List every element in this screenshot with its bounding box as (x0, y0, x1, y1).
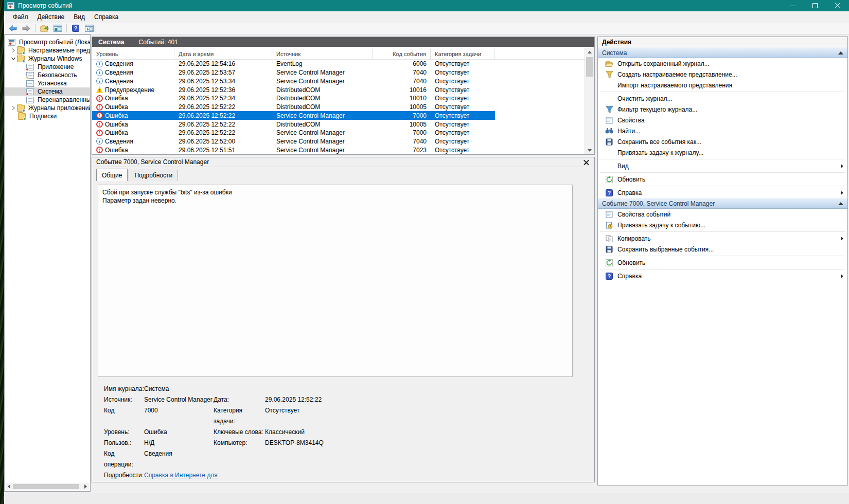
action-refresh[interactable]: Обновить (598, 174, 847, 185)
field-label: Категория задачи: (214, 405, 265, 427)
close-details-icon[interactable] (583, 159, 589, 165)
tree-horizontal-scrollbar[interactable] (6, 483, 89, 490)
field-value: Н/Д (144, 438, 214, 448)
back-button[interactable] (7, 23, 19, 33)
event-category: Отсутствует (431, 121, 495, 128)
scroll-right-icon (84, 484, 87, 489)
action-label: Привязать задачу к журналу... (617, 149, 703, 156)
custom-views-folder-icon (17, 47, 25, 54)
event-row[interactable]: Ошибка 29.06.2025 12:52:34 DistributedCO… (92, 94, 585, 103)
tree-item-label: Настраиваемые представления (27, 47, 90, 54)
action-save-selected-events[interactable]: Сохранить выбранные события... (598, 244, 847, 255)
action-create-custom-view[interactable]: Создать настраиваемое представление... (598, 69, 847, 80)
event-row[interactable]: Сведения 29.06.2025 12:54:16 EventLog 60… (92, 60, 585, 68)
action-attach-task-to-log[interactable]: Привязать задачу к журналу... (598, 147, 847, 158)
event-level: Ошибка (105, 147, 128, 154)
event-source: DistributedCOM (272, 95, 373, 102)
scroll-down-button[interactable] (585, 146, 594, 154)
action-clear-log[interactable]: Очистить журнал... (598, 93, 847, 104)
event-row[interactable]: Сведения 29.06.2025 12:52:00 Service Con… (92, 137, 585, 146)
event-level: Сведения (105, 138, 133, 145)
event-row[interactable]: Ошибка 29.06.2025 12:52:22 DistributedCO… (92, 103, 585, 112)
close-button[interactable] (826, 0, 849, 11)
column-header-datetime[interactable]: Дата и время (174, 49, 272, 59)
event-row[interactable]: Ошибка 29.06.2025 12:52:22 Service Contr… (92, 129, 585, 137)
actions-group-header-system[interactable]: Система (598, 47, 847, 58)
action-copy[interactable]: Копировать (598, 233, 847, 244)
event-list-scrollbar[interactable] (585, 48, 594, 154)
action-help[interactable]: ? Справка (598, 187, 847, 198)
action-find[interactable]: Найти... (598, 125, 847, 136)
tree-item-event-viewer-root[interactable]: Просмотр событий (Локальный) (5, 38, 90, 46)
event-rows: Сведения 29.06.2025 12:54:16 EventLog 60… (92, 60, 585, 154)
event-source: Service Control Manager (272, 147, 373, 154)
action-properties[interactable]: Свойства (598, 115, 847, 125)
action-label: Сохранить выбранные события... (617, 246, 714, 253)
actions-group-header-event[interactable]: Событие 7000, Service Control Manager (598, 198, 847, 209)
menu-file[interactable]: Файл (8, 12, 33, 22)
tree-item-custom-views[interactable]: Настраиваемые представления (5, 46, 90, 55)
event-datetime: 29.06.2025 12:52:22 (174, 129, 272, 136)
scrollbar-thumb[interactable] (13, 484, 79, 489)
column-header-level[interactable]: Уровень (92, 49, 174, 59)
action-save-all-events[interactable]: Сохранить все события как... (598, 136, 847, 147)
error-icon (96, 95, 103, 102)
event-row[interactable]: Сведения 29.06.2025 12:53:34 Service Con… (92, 77, 585, 85)
scrollbar-thumb[interactable] (586, 57, 593, 77)
menu-action[interactable]: Действие (33, 12, 69, 22)
online-help-link[interactable]: Справка в Интернете для (144, 470, 218, 481)
tab-general[interactable]: Общие (96, 169, 128, 181)
column-header-event-id[interactable]: Код события (373, 49, 431, 59)
event-row-selected[interactable]: Ошибка 29.06.2025 12:52:22 Service Contr… (92, 111, 495, 120)
event-source: DistributedCOM (272, 121, 373, 128)
log-name: Система (98, 39, 125, 46)
event-row[interactable]: Ошибка 29.06.2025 12:52:22 DistributedCO… (92, 120, 585, 129)
open-saved-log-button[interactable] (39, 23, 50, 33)
forward-button[interactable] (21, 23, 32, 33)
collapse-group-icon[interactable] (838, 51, 843, 55)
tree-item-app-service-logs[interactable]: Журналы приложений и служб (5, 104, 90, 112)
action-open-saved-log[interactable]: Открыть сохраненный журнал... (598, 58, 847, 69)
event-message-line: Параметр задан неверно. (102, 196, 568, 205)
minimize-button[interactable] (781, 0, 804, 11)
event-row[interactable]: Сведения 29.06.2025 12:53:57 Service Con… (92, 68, 585, 77)
forward-icon (22, 25, 30, 32)
action-label: Обновить (617, 176, 645, 183)
save-icon (605, 245, 613, 254)
action-filter-current-log[interactable]: Фильтр текущего журнала... (598, 104, 847, 115)
action-attach-task-to-event[interactable]: Привязать задачу к событию... (598, 220, 847, 230)
action-help-event[interactable]: ? Справка (598, 271, 847, 281)
show-action-pane-button[interactable] (83, 23, 95, 33)
tab-details[interactable]: Подробности (129, 170, 178, 181)
menu-help[interactable]: Справка (90, 12, 123, 22)
error-icon (96, 112, 103, 119)
column-header-category[interactable]: Категория задачи (431, 49, 495, 59)
help-button[interactable]: ? (70, 23, 81, 33)
event-row[interactable]: Предупреждение 29.06.2025 12:52:36 Distr… (92, 85, 585, 94)
show-console-tree-button[interactable] (52, 23, 63, 33)
event-id: 7000 (373, 129, 431, 136)
scroll-up-button[interactable] (585, 48, 594, 56)
tree-item-application[interactable]: Приложение (5, 63, 90, 71)
action-view[interactable]: Вид (598, 160, 847, 171)
chevron-right-icon (11, 105, 16, 111)
column-header-source[interactable]: Источник (272, 49, 373, 59)
tree-item-label: Подписки (28, 113, 58, 120)
action-refresh-event[interactable]: Обновить (598, 257, 847, 268)
tree-item-windows-logs[interactable]: Журналы Windows (5, 55, 90, 63)
tree-item-forwarded-events[interactable]: Перенаправленные события (5, 96, 90, 104)
tree-item-security[interactable]: Безопасность (5, 71, 90, 79)
tree-item-system[interactable]: Система (5, 87, 90, 96)
action-event-properties[interactable]: Свойства событий (598, 209, 847, 220)
copy-icon (605, 235, 613, 243)
collapse-group-icon[interactable] (838, 202, 843, 205)
tree-item-label: Журналы Windows (27, 55, 83, 62)
event-id: 7040 (373, 138, 431, 145)
menu-view[interactable]: Вид (69, 12, 90, 22)
tree-item-subscriptions[interactable]: Подписки (5, 112, 90, 120)
event-row[interactable]: Ошибка 29.06.2025 12:51:51 Service Contr… (92, 146, 585, 154)
field-value: Сведения (144, 448, 214, 470)
maximize-button[interactable] (804, 0, 826, 11)
tree-item-setup[interactable]: Установка (5, 79, 90, 87)
action-import-custom-view[interactable]: Импорт настраиваемого представления (598, 80, 847, 91)
